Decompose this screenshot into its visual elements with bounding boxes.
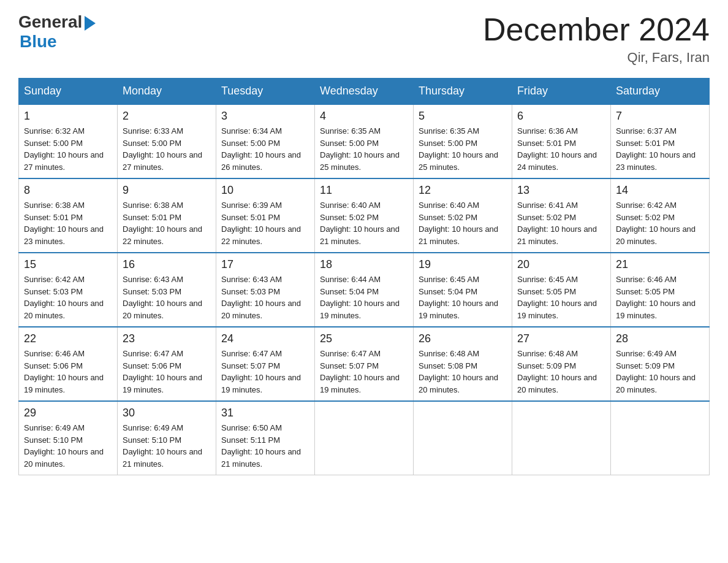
day-number: 21 xyxy=(616,258,704,271)
calendar-cell: 20 Sunrise: 6:45 AM Sunset: 5:05 PM Dayl… xyxy=(512,253,611,327)
calendar-cell: 5 Sunrise: 6:35 AM Sunset: 5:00 PM Dayli… xyxy=(414,104,512,178)
day-info: Sunrise: 6:46 AM Sunset: 5:05 PM Dayligh… xyxy=(616,274,704,321)
page-header: General Blue December 2024 Qir, Fars, Ir… xyxy=(18,12,710,66)
day-number: 14 xyxy=(616,184,704,197)
day-info: Sunrise: 6:49 AM Sunset: 5:10 PM Dayligh… xyxy=(123,422,211,470)
day-number: 13 xyxy=(517,184,605,197)
calendar-cell: 3 Sunrise: 6:34 AM Sunset: 5:00 PM Dayli… xyxy=(216,104,315,178)
calendar-cell: 22 Sunrise: 6:46 AM Sunset: 5:06 PM Dayl… xyxy=(19,327,118,401)
calendar-cell: 8 Sunrise: 6:38 AM Sunset: 5:01 PM Dayli… xyxy=(19,178,118,253)
calendar-cell: 4 Sunrise: 6:35 AM Sunset: 5:00 PM Dayli… xyxy=(315,104,414,178)
day-number: 1 xyxy=(24,110,112,123)
calendar-header-row: SundayMondayTuesdayWednesdayThursdayFrid… xyxy=(19,79,710,105)
calendar-cell: 12 Sunrise: 6:40 AM Sunset: 5:02 PM Dayl… xyxy=(414,178,512,253)
calendar-cell: 30 Sunrise: 6:49 AM Sunset: 5:10 PM Dayl… xyxy=(118,401,216,475)
day-info: Sunrise: 6:45 AM Sunset: 5:05 PM Dayligh… xyxy=(517,274,605,321)
day-info: Sunrise: 6:38 AM Sunset: 5:01 PM Dayligh… xyxy=(24,199,112,247)
calendar-cell xyxy=(611,401,710,475)
day-info: Sunrise: 6:47 AM Sunset: 5:07 PM Dayligh… xyxy=(221,348,309,396)
day-number: 4 xyxy=(320,110,408,123)
week-row-5: 29 Sunrise: 6:49 AM Sunset: 5:10 PM Dayl… xyxy=(19,401,710,475)
day-info: Sunrise: 6:44 AM Sunset: 5:04 PM Dayligh… xyxy=(320,274,408,321)
day-number: 22 xyxy=(24,332,112,345)
calendar-cell: 19 Sunrise: 6:45 AM Sunset: 5:04 PM Dayl… xyxy=(414,253,512,327)
calendar-cell: 13 Sunrise: 6:41 AM Sunset: 5:02 PM Dayl… xyxy=(512,178,611,253)
day-number: 2 xyxy=(123,110,211,123)
calendar-cell: 21 Sunrise: 6:46 AM Sunset: 5:05 PM Dayl… xyxy=(611,253,710,327)
calendar-table: SundayMondayTuesdayWednesdayThursdayFrid… xyxy=(18,78,710,475)
calendar-cell: 1 Sunrise: 6:32 AM Sunset: 5:00 PM Dayli… xyxy=(19,104,118,178)
calendar-header-saturday: Saturday xyxy=(611,79,710,105)
day-number: 18 xyxy=(320,258,408,271)
logo: General Blue xyxy=(18,12,96,52)
day-number: 6 xyxy=(517,110,605,123)
day-info: Sunrise: 6:40 AM Sunset: 5:02 PM Dayligh… xyxy=(419,199,507,247)
day-number: 27 xyxy=(517,332,605,345)
calendar-cell: 29 Sunrise: 6:49 AM Sunset: 5:10 PM Dayl… xyxy=(19,401,118,475)
day-info: Sunrise: 6:43 AM Sunset: 5:03 PM Dayligh… xyxy=(123,274,211,321)
calendar-cell: 6 Sunrise: 6:36 AM Sunset: 5:01 PM Dayli… xyxy=(512,104,611,178)
day-number: 19 xyxy=(419,258,507,271)
day-number: 23 xyxy=(123,332,211,345)
day-number: 30 xyxy=(123,407,211,419)
day-number: 5 xyxy=(419,110,507,123)
calendar-cell: 9 Sunrise: 6:38 AM Sunset: 5:01 PM Dayli… xyxy=(118,178,216,253)
calendar-cell: 18 Sunrise: 6:44 AM Sunset: 5:04 PM Dayl… xyxy=(315,253,414,327)
calendar-cell: 16 Sunrise: 6:43 AM Sunset: 5:03 PM Dayl… xyxy=(118,253,216,327)
day-info: Sunrise: 6:37 AM Sunset: 5:01 PM Dayligh… xyxy=(616,125,704,173)
day-number: 3 xyxy=(221,110,309,123)
calendar-cell xyxy=(315,401,414,475)
title-section: December 2024 Qir, Fars, Iran xyxy=(483,12,710,66)
day-info: Sunrise: 6:38 AM Sunset: 5:01 PM Dayligh… xyxy=(123,199,211,247)
day-number: 12 xyxy=(419,184,507,197)
day-number: 10 xyxy=(221,184,309,197)
day-info: Sunrise: 6:42 AM Sunset: 5:02 PM Dayligh… xyxy=(616,199,704,247)
day-number: 11 xyxy=(320,184,408,197)
day-info: Sunrise: 6:47 AM Sunset: 5:07 PM Dayligh… xyxy=(320,348,408,396)
calendar-cell: 17 Sunrise: 6:43 AM Sunset: 5:03 PM Dayl… xyxy=(216,253,315,327)
day-number: 20 xyxy=(517,258,605,271)
day-number: 26 xyxy=(419,332,507,345)
month-title: December 2024 xyxy=(483,12,710,47)
day-info: Sunrise: 6:35 AM Sunset: 5:00 PM Dayligh… xyxy=(320,125,408,173)
day-info: Sunrise: 6:49 AM Sunset: 5:09 PM Dayligh… xyxy=(616,348,704,396)
day-info: Sunrise: 6:42 AM Sunset: 5:03 PM Dayligh… xyxy=(24,274,112,321)
calendar-cell: 23 Sunrise: 6:47 AM Sunset: 5:06 PM Dayl… xyxy=(118,327,216,401)
day-info: Sunrise: 6:48 AM Sunset: 5:09 PM Dayligh… xyxy=(517,348,605,396)
calendar-cell: 28 Sunrise: 6:49 AM Sunset: 5:09 PM Dayl… xyxy=(611,327,710,401)
day-info: Sunrise: 6:35 AM Sunset: 5:00 PM Dayligh… xyxy=(419,125,507,173)
day-info: Sunrise: 6:32 AM Sunset: 5:00 PM Dayligh… xyxy=(24,125,112,173)
week-row-4: 22 Sunrise: 6:46 AM Sunset: 5:06 PM Dayl… xyxy=(19,327,710,401)
location-text: Qir, Fars, Iran xyxy=(483,50,710,66)
calendar-header-wednesday: Wednesday xyxy=(315,79,414,105)
calendar-header-friday: Friday xyxy=(512,79,611,105)
day-info: Sunrise: 6:43 AM Sunset: 5:03 PM Dayligh… xyxy=(221,274,309,321)
day-number: 8 xyxy=(24,184,112,197)
calendar-cell: 15 Sunrise: 6:42 AM Sunset: 5:03 PM Dayl… xyxy=(19,253,118,327)
logo-arrow-icon xyxy=(85,16,96,31)
calendar-cell xyxy=(414,401,512,475)
day-number: 17 xyxy=(221,258,309,271)
day-number: 25 xyxy=(320,332,408,345)
day-number: 28 xyxy=(616,332,704,345)
calendar-cell: 7 Sunrise: 6:37 AM Sunset: 5:01 PM Dayli… xyxy=(611,104,710,178)
week-row-2: 8 Sunrise: 6:38 AM Sunset: 5:01 PM Dayli… xyxy=(19,178,710,253)
calendar-cell: 27 Sunrise: 6:48 AM Sunset: 5:09 PM Dayl… xyxy=(512,327,611,401)
day-info: Sunrise: 6:33 AM Sunset: 5:00 PM Dayligh… xyxy=(123,125,211,173)
day-info: Sunrise: 6:50 AM Sunset: 5:11 PM Dayligh… xyxy=(221,422,309,470)
calendar-cell: 10 Sunrise: 6:39 AM Sunset: 5:01 PM Dayl… xyxy=(216,178,315,253)
day-number: 16 xyxy=(123,258,211,271)
day-number: 24 xyxy=(221,332,309,345)
calendar-cell: 2 Sunrise: 6:33 AM Sunset: 5:00 PM Dayli… xyxy=(118,104,216,178)
day-info: Sunrise: 6:48 AM Sunset: 5:08 PM Dayligh… xyxy=(419,348,507,396)
week-row-3: 15 Sunrise: 6:42 AM Sunset: 5:03 PM Dayl… xyxy=(19,253,710,327)
calendar-cell: 31 Sunrise: 6:50 AM Sunset: 5:11 PM Dayl… xyxy=(216,401,315,475)
calendar-cell: 11 Sunrise: 6:40 AM Sunset: 5:02 PM Dayl… xyxy=(315,178,414,253)
day-info: Sunrise: 6:34 AM Sunset: 5:00 PM Dayligh… xyxy=(221,125,309,173)
calendar-header-tuesday: Tuesday xyxy=(216,79,315,105)
day-info: Sunrise: 6:47 AM Sunset: 5:06 PM Dayligh… xyxy=(123,348,211,396)
day-number: 15 xyxy=(24,258,112,271)
calendar-header-thursday: Thursday xyxy=(414,79,512,105)
calendar-cell: 24 Sunrise: 6:47 AM Sunset: 5:07 PM Dayl… xyxy=(216,327,315,401)
day-info: Sunrise: 6:46 AM Sunset: 5:06 PM Dayligh… xyxy=(24,348,112,396)
